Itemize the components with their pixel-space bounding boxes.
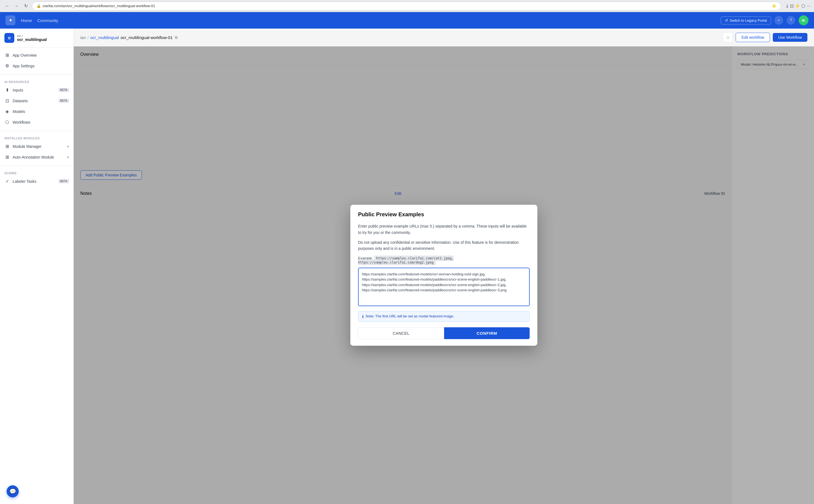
note-text: Note: The first URL will be set as model…: [366, 314, 454, 318]
sidebar-label-auto-annotation: Auto-Annotation Module: [13, 155, 54, 159]
sidebar-item-inputs[interactable]: ⬆ Inputs BETA: [0, 85, 73, 95]
nav-community[interactable]: Community: [37, 18, 58, 23]
workflows-icon: ⬡: [4, 120, 10, 125]
modal-header: Public Preview Examples: [350, 205, 537, 218]
star-button[interactable]: ☆: [723, 32, 733, 42]
sidebar-label-app-overview: App Overview: [13, 53, 37, 57]
datasets-icon: ⊡: [4, 98, 10, 103]
modal: Public Preview Examples Enter public pre…: [350, 205, 537, 346]
copy-icon[interactable]: ⧉: [175, 35, 178, 40]
page-header: ian / ocr_multilingual ocr_multilingual-…: [74, 29, 814, 46]
sidebar-divider-3: [0, 166, 73, 166]
modal-footer: CANCEL CONFIRM: [350, 327, 537, 346]
switch-portal-label: Switch to Legacy Portal: [730, 18, 767, 23]
breadcrumb-sep-1: /: [87, 35, 89, 40]
auto-annotation-arrow: ▾: [67, 155, 69, 159]
app-icon: o: [4, 33, 14, 43]
top-nav: ✦ Home Community ↺ Switch to Legacy Port…: [0, 12, 814, 29]
ai-resources-label: AI RESOURCES: [0, 78, 73, 85]
sidebar-label-datasets: Datasets: [13, 99, 28, 103]
modal-body: Enter public preview example URLs (max 5…: [350, 218, 537, 327]
logo-icon: ✦: [9, 17, 13, 23]
module-manager-icon: ⊞: [4, 144, 10, 149]
sidebar: o ian / ocr_multilingual ⊞ App Overview …: [0, 29, 74, 504]
app-overview-icon: ⊞: [4, 52, 10, 58]
labeler-tasks-badge: BETA: [59, 179, 69, 183]
nav-plus-button[interactable]: ＋: [774, 16, 783, 25]
browser-chrome: ← → ↻ 🔒 clarifai.com/ian/ocr_multilingua…: [0, 0, 814, 12]
edit-workflow-button[interactable]: Edit workflow: [736, 33, 770, 42]
use-workflow-button[interactable]: Use Workflow: [773, 33, 807, 42]
header-actions: ☆ Edit workflow Use Workflow: [723, 32, 807, 42]
sidebar-label-workflows: Workflows: [13, 120, 30, 124]
sidebar-item-models[interactable]: ◈ Models: [0, 106, 73, 117]
modal-description: Enter public preview example URLs (max 5…: [358, 223, 530, 236]
main-layout: o ian / ocr_multilingual ⊞ App Overview …: [0, 29, 814, 504]
address-bar-icons: ⭐: [772, 4, 776, 8]
forward-button[interactable]: →: [13, 2, 20, 10]
switch-portal-button[interactable]: ↺ Switch to Legacy Portal: [721, 16, 771, 24]
labeler-tasks-icon: ✓: [4, 179, 10, 184]
app-name: ocr_multilingual: [17, 37, 47, 42]
user-avatar[interactable]: IK: [799, 15, 809, 25]
models-icon: ◈: [4, 109, 10, 114]
nav-help-button[interactable]: ？: [787, 16, 795, 25]
nav-links: Home Community: [21, 18, 58, 23]
back-button[interactable]: ←: [3, 2, 11, 10]
sidebar-item-app-overview[interactable]: ⊞ App Overview: [0, 50, 73, 60]
sidebar-item-workflows[interactable]: ⬡ Workflows: [0, 117, 73, 128]
datasets-badge: BETA: [59, 99, 69, 103]
sidebar-item-auto-annotation[interactable]: ⊞ Auto-Annotation Module ▾: [0, 152, 73, 162]
sidebar-label-inputs: Inputs: [13, 88, 23, 92]
modal-overlay: Public Preview Examples Enter public pre…: [74, 46, 814, 504]
switch-portal-icon: ↺: [725, 18, 728, 23]
sidebar-item-datasets[interactable]: ⊡ Datasets BETA: [0, 95, 73, 106]
scribe-label: SCRIBE: [0, 169, 73, 176]
nav-right: ↺ Switch to Legacy Portal ＋ ？ IK: [721, 15, 809, 25]
app-settings-icon: ⚙: [4, 63, 10, 68]
breadcrumb-owner[interactable]: ian: [80, 35, 86, 40]
sidebar-label-labeler-tasks: Labeler Tasks: [13, 179, 36, 184]
modal-title: Public Preview Examples: [358, 211, 530, 218]
browser-controls: ← → ↻: [3, 2, 30, 10]
confirm-button[interactable]: CONFIRM: [444, 327, 530, 339]
info-icon: ℹ: [362, 314, 363, 319]
sidebar-item-module-manager[interactable]: ⊞ Module Manager ▾: [0, 141, 73, 152]
breadcrumb-app[interactable]: ocr_multilingual: [90, 35, 119, 40]
app-owner: ian /: [17, 34, 47, 37]
sidebar-item-labeler-tasks[interactable]: ✓ Labeler Tasks BETA: [0, 176, 73, 187]
app-info: ian / ocr_multilingual: [17, 34, 47, 42]
sidebar-modules-section: INSTALLED MODULES ⊞ Module Manager ▾ ⊞ A…: [0, 132, 73, 165]
modal-textarea[interactable]: [358, 268, 530, 306]
chat-bubble[interactable]: 💬: [7, 485, 19, 497]
sidebar-divider-2: [0, 131, 73, 131]
breadcrumb: ian / ocr_multilingual ocr_multilingual-…: [80, 35, 178, 40]
browser-action-icons: ⤓ ⊡ ⚡ ⬡ ⋯: [785, 3, 811, 9]
auto-annotation-icon: ⊞: [4, 154, 10, 160]
cancel-button[interactable]: CANCEL: [358, 327, 444, 339]
sidebar-item-app-settings[interactable]: ⚙ App Settings: [0, 60, 73, 71]
sidebar-ai-section: AI RESOURCES ⬆ Inputs BETA ⊡ Datasets BE…: [0, 76, 73, 130]
chat-icon: 💬: [9, 488, 16, 495]
address-bar[interactable]: 🔒 clarifai.com/ian/ocr_multilingual/work…: [32, 2, 781, 10]
nav-logo[interactable]: ✦: [5, 15, 15, 25]
module-manager-arrow: ▾: [67, 144, 69, 149]
sidebar-label-app-settings: App Settings: [13, 64, 34, 68]
sidebar-header: o ian / ocr_multilingual: [0, 29, 73, 48]
url-text: clarifai.com/ian/ocr_multilingual/workfl…: [43, 4, 155, 8]
breadcrumb-workflow: ocr_multilingual-workflow-01: [120, 35, 172, 40]
sidebar-scribe-section: SCRIBE ✓ Labeler Tasks BETA: [0, 167, 73, 189]
nav-home[interactable]: Home: [21, 18, 32, 23]
inputs-icon: ⬆: [4, 87, 10, 93]
sidebar-label-models: Models: [13, 109, 25, 114]
modal-note: ℹ Note: The first URL will be set as mod…: [358, 311, 530, 322]
sidebar-main-section: ⊞ App Overview ⚙ App Settings: [0, 48, 73, 73]
installed-modules-label: INSTALLED MODULES: [0, 134, 73, 141]
inputs-badge: BETA: [59, 88, 69, 92]
refresh-button[interactable]: ↻: [22, 2, 30, 10]
modal-warning: Do not upload any confidential or sensit…: [358, 239, 530, 252]
modal-example: Example: https://samples.clarifai.com/ca…: [358, 256, 530, 264]
sidebar-label-module-manager: Module Manager: [13, 144, 42, 149]
sidebar-divider-1: [0, 74, 73, 75]
